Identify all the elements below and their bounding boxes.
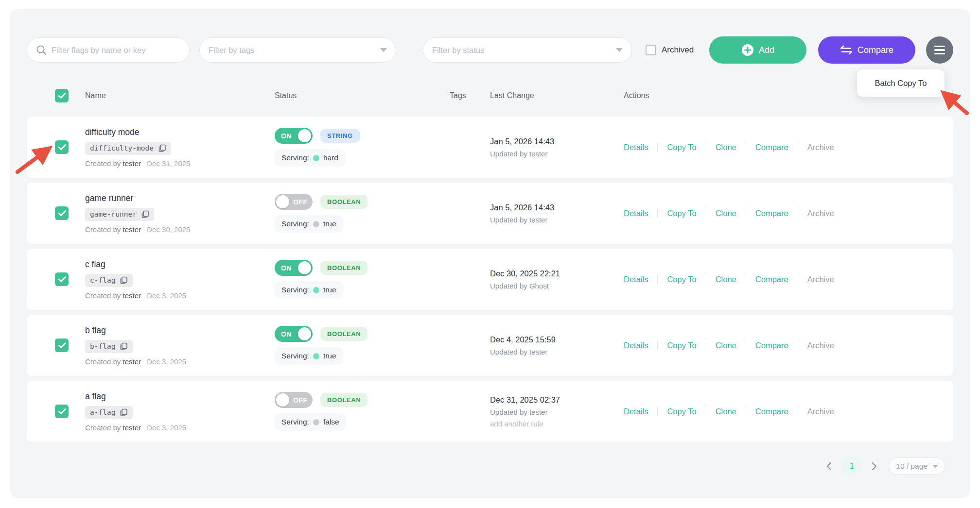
- status-toggle[interactable]: ON: [275, 326, 313, 342]
- row-checkbox[interactable]: [55, 272, 69, 286]
- row-checkbox[interactable]: [55, 140, 69, 154]
- action-archive[interactable]: Archive: [807, 341, 834, 350]
- tags-filter-input[interactable]: [209, 46, 376, 55]
- page-size-label: 10 / page: [896, 462, 928, 471]
- action-details[interactable]: Details: [624, 341, 648, 350]
- action-clone[interactable]: Clone: [716, 143, 736, 152]
- flag-name: a flag: [85, 391, 106, 402]
- row-checkbox[interactable]: [55, 339, 69, 352]
- action-details[interactable]: Details: [624, 407, 648, 416]
- toggle-label: ON: [281, 132, 292, 140]
- copy-icon[interactable]: [141, 210, 149, 219]
- serving-dot: [313, 221, 319, 227]
- type-badge: BOOLEAN: [320, 393, 368, 407]
- flag-key: b-flag: [90, 342, 115, 350]
- extra-note: add another rule: [490, 420, 624, 428]
- action-divider: [706, 143, 706, 152]
- action-compare[interactable]: Compare: [755, 407, 788, 416]
- status-filter[interactable]: [423, 37, 632, 63]
- batch-copy-popover[interactable]: Batch Copy To: [857, 69, 945, 97]
- created-date: Dec 3, 2025: [147, 291, 186, 300]
- add-button[interactable]: Add: [709, 36, 806, 64]
- created-line: Created by tester Dec 3, 2025: [85, 423, 186, 432]
- compare-button[interactable]: Compare: [818, 36, 915, 64]
- check-icon: [58, 210, 66, 217]
- action-divider: [706, 275, 706, 284]
- action-archive[interactable]: Archive: [807, 275, 834, 284]
- prev-page-button[interactable]: [822, 459, 836, 474]
- status-toggle[interactable]: OFF: [275, 392, 313, 408]
- flags-page: Archived Add Compare Batch Copy To: [0, 0, 980, 508]
- action-clone[interactable]: Clone: [716, 407, 736, 416]
- copy-icon[interactable]: [120, 408, 128, 417]
- archived-checkbox[interactable]: [646, 45, 656, 55]
- updated-by: Updated by tester: [490, 348, 624, 356]
- chevron-right-icon: [872, 462, 877, 471]
- last-change-cell: Dec 30, 2025 22:21 Updated by Ghost: [490, 269, 624, 290]
- action-clone[interactable]: Clone: [716, 209, 736, 218]
- table-row: c flag c-flag Created by tester Dec 3, 2…: [27, 249, 953, 310]
- action-copy-to[interactable]: Copy To: [667, 407, 696, 416]
- search-input[interactable]: [52, 46, 180, 55]
- flag-status-cell: ON BOOLEAN Serving: true: [275, 326, 450, 365]
- action-divider: [706, 407, 706, 416]
- action-details[interactable]: Details: [624, 209, 648, 218]
- tags-filter[interactable]: [199, 37, 396, 63]
- action-compare[interactable]: Compare: [755, 143, 788, 152]
- copy-icon[interactable]: [158, 144, 166, 152]
- copy-icon[interactable]: [120, 276, 128, 285]
- row-actions: DetailsCopy ToCloneCompareArchive: [624, 209, 953, 218]
- action-clone[interactable]: Clone: [716, 275, 736, 284]
- table-row: difficulty mode difficulty-mode Created …: [27, 117, 953, 178]
- search-field[interactable]: [27, 37, 190, 63]
- status-filter-input[interactable]: [432, 46, 612, 55]
- action-compare[interactable]: Compare: [755, 341, 788, 350]
- header-tags: Tags: [450, 91, 490, 100]
- action-copy-to[interactable]: Copy To: [667, 143, 696, 152]
- status-toggle[interactable]: ON: [275, 128, 313, 144]
- status-toggle[interactable]: OFF: [275, 194, 313, 210]
- copy-icon[interactable]: [120, 342, 128, 351]
- serving-chip: Serving: true: [275, 281, 343, 299]
- action-details[interactable]: Details: [624, 275, 648, 284]
- row-checkbox[interactable]: [55, 405, 69, 418]
- created-user: tester: [123, 291, 141, 300]
- type-badge: BOOLEAN: [320, 195, 368, 209]
- created-user: tester: [123, 159, 141, 168]
- serving-dot: [313, 419, 319, 425]
- row-actions: DetailsCopy ToCloneCompareArchive: [624, 143, 953, 152]
- action-compare[interactable]: Compare: [755, 209, 788, 218]
- created-prefix: Created by: [85, 159, 121, 168]
- action-compare[interactable]: Compare: [755, 275, 788, 284]
- action-divider: [798, 341, 798, 350]
- row-actions: DetailsCopy ToCloneCompareArchive: [624, 407, 953, 416]
- action-archive[interactable]: Archive: [807, 143, 834, 152]
- next-page-button[interactable]: [867, 459, 882, 474]
- toggle-label: ON: [281, 330, 292, 338]
- type-badge: BOOLEAN: [320, 261, 368, 275]
- batch-menu-button[interactable]: [926, 36, 953, 64]
- row-checkbox[interactable]: [55, 206, 69, 220]
- action-details[interactable]: Details: [624, 143, 648, 152]
- toggle-label: ON: [281, 264, 292, 272]
- action-archive[interactable]: Archive: [807, 407, 834, 416]
- action-copy-to[interactable]: Copy To: [667, 341, 696, 350]
- toggle-knob: [298, 327, 311, 340]
- action-divider: [657, 341, 658, 350]
- page-number[interactable]: 1: [843, 457, 860, 475]
- action-copy-to[interactable]: Copy To: [667, 275, 696, 284]
- serving-label: Serving:: [281, 352, 309, 360]
- archived-filter[interactable]: Archived: [646, 45, 694, 55]
- serving-value: true: [323, 220, 336, 228]
- action-archive[interactable]: Archive: [807, 209, 834, 218]
- action-clone[interactable]: Clone: [716, 341, 736, 350]
- page-size-select[interactable]: 10 / page: [889, 457, 945, 475]
- updated-by: Updated by tester: [490, 216, 624, 224]
- serving-label: Serving:: [281, 153, 309, 162]
- status-toggle[interactable]: ON: [275, 260, 313, 276]
- type-badge: BOOLEAN: [320, 327, 368, 341]
- created-date: Dec 3, 2025: [147, 423, 186, 432]
- action-copy-to[interactable]: Copy To: [667, 209, 696, 218]
- chevron-left-icon: [826, 462, 832, 471]
- select-all-checkbox[interactable]: [55, 89, 69, 102]
